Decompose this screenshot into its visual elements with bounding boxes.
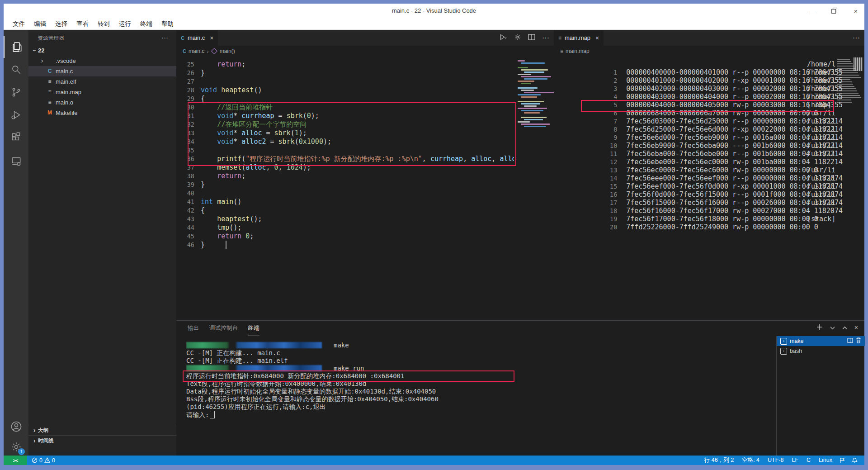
- notifications-bell-icon[interactable]: [849, 457, 861, 463]
- map-line[interactable]: 4000000403000-000000404000 r--p 00002000…: [554, 85, 864, 93]
- map-line[interactable]: 87fec56d25000-7fec56e6d000 r-xp 00022000…: [554, 117, 864, 125]
- map-line[interactable]: 117fec56eba000-7fec56ebe000 r--p 001b600…: [554, 142, 864, 150]
- split-terminal-icon[interactable]: [847, 338, 853, 344]
- map-line[interactable]: 97fec56e6d000-7fec56eb9000 r--p 0016a000…: [554, 125, 864, 133]
- eol[interactable]: LF: [788, 456, 802, 465]
- map-line[interactable]: 1000000400000-000000401000 r--p 00000000…: [554, 60, 864, 68]
- run-debug-icon[interactable]: [4, 104, 28, 126]
- code-line[interactable]: 38 return;: [176, 172, 514, 180]
- map-line[interactable]: 2000000401000-000000402000 r-xp 00001000…: [554, 68, 864, 76]
- search-icon[interactable]: [4, 59, 28, 81]
- code-line[interactable]: 40: [176, 189, 514, 198]
- problems-status[interactable]: 0 0: [32, 456, 55, 465]
- code-line[interactable]: 28 void heaptest(): [176, 86, 514, 95]
- explorer-icon[interactable]: [4, 36, 29, 58]
- minimap[interactable]: [514, 57, 552, 320]
- terminal-item-make[interactable]: › make: [777, 336, 865, 346]
- outline-section[interactable]: › 大纲: [28, 425, 176, 435]
- map-line[interactable]: 177fec56f15000-7fec56f16000 r--p 0002600…: [554, 190, 864, 199]
- map-line[interactable]: 6000000684000-0000006a7000 rw-p 00000000…: [554, 101, 864, 109]
- code-line[interactable]: 35: [176, 146, 514, 155]
- code-area[interactable]: 25 return; 26 } 27 28 void heaptest(): [176, 57, 514, 324]
- kill-terminal-icon[interactable]: [856, 337, 861, 345]
- menu-item[interactable]: 帮助: [157, 18, 178, 30]
- map-line[interactable]: 197fec56f17000-7fec56f18000 rw-p 0000000…: [554, 207, 864, 215]
- minimap[interactable]: [836, 57, 863, 107]
- new-terminal-icon[interactable]: [816, 324, 823, 332]
- language-mode[interactable]: C: [802, 456, 815, 465]
- encoding[interactable]: UTF-8: [764, 456, 788, 465]
- tab-main-c[interactable]: C main.c ×: [176, 30, 218, 46]
- file-tree-item[interactable]: ≡ main.map: [28, 87, 176, 97]
- terminal-output[interactable]: make CC -[M] 正在构建... main.c CC -[M] 正在构建…: [186, 342, 769, 450]
- extensions-icon[interactable]: [4, 127, 28, 148]
- code-line[interactable]: 44 tmp();: [176, 223, 514, 232]
- panel-tab[interactable]: 调试控制台: [209, 321, 238, 336]
- close-icon[interactable]: ×: [595, 34, 599, 42]
- file-tree-item[interactable]: ≡ main.o: [28, 97, 176, 108]
- breadcrumb[interactable]: ≡ main.map: [554, 46, 864, 57]
- map-line[interactable]: 157fec56eef000-7fec56f0d000 r-xp 0000100…: [554, 174, 864, 182]
- code-line[interactable]: 27: [176, 77, 514, 86]
- remote-explorer-icon[interactable]: [4, 150, 28, 172]
- map-line[interactable]: 3000000402000-000000403000 r--p 00002000…: [554, 76, 864, 85]
- file-tree-item[interactable]: ≡ main.elf: [28, 76, 176, 87]
- run-c-file-button[interactable]: [499, 33, 507, 43]
- code-line[interactable]: 26 }: [176, 69, 514, 77]
- indentation[interactable]: 空格: 4: [738, 456, 764, 465]
- code-line[interactable]: 37 memset(alloc, 0, 1024);: [176, 163, 514, 172]
- maximize-button[interactable]: [830, 7, 838, 15]
- code-line[interactable]: 25 return;: [176, 60, 514, 69]
- code-line[interactable]: 31 void* currheap = sbrk(0);: [176, 112, 514, 120]
- map-line[interactable]: 147fec56eee000-7fec56eef000 r--p 0000000…: [554, 166, 864, 174]
- map-line[interactable]: 5000000404000-000000405000 rw-p 00003000…: [554, 93, 864, 101]
- code-line[interactable]: 33 void* alloc = sbrk(1);: [176, 129, 514, 138]
- menu-item[interactable]: 查看: [72, 18, 93, 30]
- tree-root-folder[interactable]: › 22: [28, 45, 176, 56]
- menu-item[interactable]: 选择: [51, 18, 72, 30]
- map-line[interactable]: 77fec56d03000-7fec56d25000 r--p 00000000…: [554, 109, 864, 117]
- map-file-content[interactable]: 1000000400000-000000401000 r--p 00000000…: [554, 57, 864, 324]
- code-line[interactable]: 34 void* alloc2 = sbrk(0x1000);: [176, 138, 514, 146]
- feedback-icon[interactable]: [836, 457, 849, 463]
- more-actions-icon[interactable]: ···: [542, 34, 549, 42]
- file-tree-item[interactable]: C main.c: [28, 66, 176, 76]
- map-line[interactable]: 167fec56f0d000-7fec56f15000 r--p 0001f00…: [554, 182, 864, 190]
- close-button[interactable]: ×: [852, 7, 860, 15]
- code-line[interactable]: 30 //返回当前堆指针: [176, 103, 514, 112]
- menu-item[interactable]: 终端: [136, 18, 157, 30]
- menu-item[interactable]: 编辑: [29, 18, 51, 30]
- split-editor-icon[interactable]: [528, 34, 535, 42]
- code-line[interactable]: 41 int main(): [176, 198, 514, 206]
- account-icon[interactable]: [4, 416, 28, 437]
- settings-gear-icon[interactable]: [514, 33, 521, 43]
- panel-tab[interactable]: 输出: [188, 321, 199, 336]
- map-line[interactable]: 127fec56ebe000-7fec56ec0000 rw-p 001ba00…: [554, 150, 864, 158]
- close-icon[interactable]: ×: [210, 34, 213, 42]
- source-control-icon[interactable]: [4, 81, 28, 103]
- map-line[interactable]: 207ffd25226000-7ffd25249000 rw-p 0000000…: [554, 215, 864, 223]
- code-line[interactable]: 45 return 0;: [176, 232, 514, 241]
- remote-indicator[interactable]: ><: [4, 456, 27, 465]
- timeline-section[interactable]: › 时间线: [28, 435, 176, 446]
- map-line[interactable]: 137fec56ec0000-7fec56ec6000 rw-p 0000000…: [554, 158, 864, 166]
- code-line[interactable]: 36 printf("程序运行时当前堆指针:%p 新分配的堆内存:%p :%p\…: [176, 155, 514, 163]
- code-line[interactable]: 29 {: [176, 95, 514, 103]
- minimize-button[interactable]: —: [808, 7, 816, 15]
- cursor-position[interactable]: 行 46，列 2: [700, 456, 738, 465]
- code-line[interactable]: 32 //在堆区分配一个字节的空间: [176, 120, 514, 129]
- code-line[interactable]: 46 }: [176, 241, 514, 249]
- file-tree-item[interactable]: M Makefile: [28, 108, 176, 118]
- file-tree-item[interactable]: › .vscode: [28, 56, 176, 66]
- close-panel-icon[interactable]: ×: [854, 324, 858, 331]
- terminal-dropdown-icon[interactable]: [830, 324, 835, 331]
- map-line[interactable]: 187fec56f16000-7fec56f17000 rw-p 0002700…: [554, 199, 864, 207]
- settings-gear-icon[interactable]: 1: [4, 436, 28, 458]
- menu-item[interactable]: 运行: [114, 18, 136, 30]
- map-line[interactable]: 107fec56eb9000-7fec56eba000 ---p 001b600…: [554, 133, 864, 142]
- tab-main-map[interactable]: ≡ main.map ×: [554, 30, 604, 46]
- breadcrumb[interactable]: C main.c › main(): [176, 46, 554, 57]
- panel-tab[interactable]: 终端: [248, 321, 260, 336]
- terminal-item-bash[interactable]: › bash: [777, 346, 865, 356]
- code-line[interactable]: 43 heaptest();: [176, 215, 514, 223]
